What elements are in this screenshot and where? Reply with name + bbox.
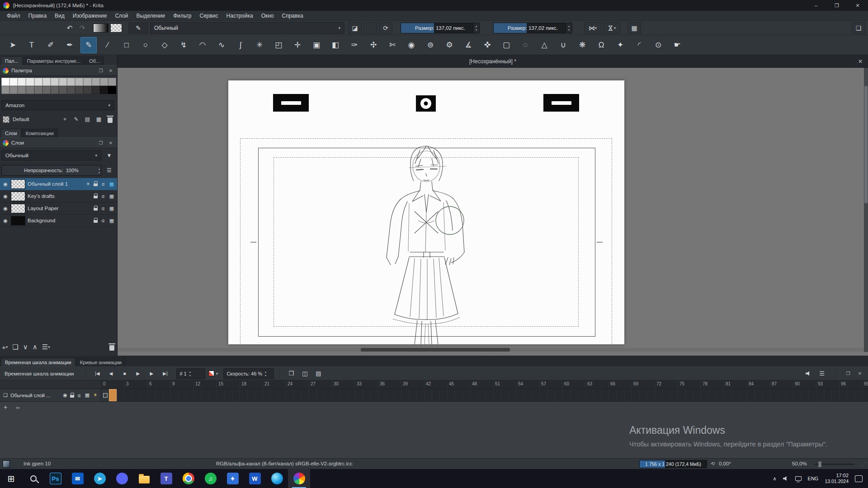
assistants-tool[interactable]: ⚙ bbox=[441, 37, 458, 53]
bezier-curve-tool[interactable]: ◠ bbox=[194, 37, 211, 53]
keyframe-cell[interactable] bbox=[101, 389, 109, 401]
spin-arrows[interactable]: ▴▾ bbox=[566, 23, 572, 33]
zoom-slider-thumb[interactable] bbox=[818, 461, 821, 467]
alpha-icon[interactable]: α bbox=[100, 193, 106, 199]
polygon-select-tool[interactable]: △ bbox=[536, 37, 552, 53]
add-frame-button[interactable]: + bbox=[4, 404, 7, 411]
palette-swatch[interactable] bbox=[92, 86, 100, 94]
ellipse-tool[interactable]: ○ bbox=[137, 37, 154, 53]
palette-swatch[interactable] bbox=[1, 78, 9, 86]
taskbar-photoshop[interactable]: Ps bbox=[44, 469, 66, 488]
menubar-item[interactable]: Справка bbox=[278, 13, 307, 19]
ellipse-select-tool[interactable]: ◌ bbox=[517, 37, 533, 53]
audio-icon[interactable] bbox=[806, 371, 811, 376]
palette-swatch[interactable] bbox=[83, 86, 91, 94]
move-layer-up-button[interactable]: ∧ bbox=[33, 343, 38, 351]
text-tool[interactable]: T bbox=[24, 37, 40, 53]
vertical-scrollbar-thumb[interactable] bbox=[864, 86, 868, 203]
delete-swatch-button[interactable] bbox=[105, 115, 115, 124]
palette-swatch[interactable] bbox=[42, 78, 51, 86]
palette-swatch[interactable] bbox=[108, 78, 116, 86]
menubar-item[interactable]: Настройка bbox=[222, 13, 257, 19]
workspace-chooser-button[interactable]: ❏ bbox=[852, 22, 865, 34]
taskbar-explorer[interactable] bbox=[133, 469, 155, 488]
taskbar-teams[interactable]: T bbox=[155, 469, 177, 488]
eraser-mode-button[interactable]: ◪ bbox=[348, 22, 362, 34]
timeline-track-row[interactable]: ❏ Обычный слой ... ◉ α ▦ ☀ bbox=[0, 389, 868, 402]
notification-center-icon[interactable] bbox=[855, 475, 863, 482]
docker-tab[interactable]: Пал... bbox=[1, 56, 23, 65]
visibility-icon[interactable]: ◉ bbox=[2, 218, 9, 224]
rect-select-tool[interactable]: ▢ bbox=[498, 37, 514, 53]
dynamic-brush-tool[interactable]: ∫ bbox=[232, 37, 249, 53]
gradient-tool[interactable]: ◧ bbox=[327, 37, 344, 53]
float-docker-icon[interactable]: ❐ bbox=[97, 68, 104, 73]
multibrush-tool[interactable]: ✳ bbox=[251, 37, 268, 53]
pan-tool[interactable]: ☛ bbox=[669, 37, 685, 53]
maximize-button[interactable]: ❐ bbox=[826, 0, 847, 11]
network-icon[interactable] bbox=[795, 476, 802, 481]
palette-swatch[interactable] bbox=[34, 78, 42, 86]
wrap-around-button[interactable]: ▦ bbox=[627, 22, 641, 34]
layer-row[interactable]: ◉Key's draftsα▦ bbox=[0, 190, 117, 202]
save-palette-button[interactable]: ▤ bbox=[82, 115, 93, 124]
zoom-tool[interactable]: ⊙ bbox=[650, 37, 666, 53]
playback-speed-spinbox[interactable]: Скорость: 46 % ▴▾ bbox=[223, 368, 274, 379]
visibility-icon[interactable]: ◉ bbox=[2, 181, 9, 187]
smart-patch-tool[interactable]: ✄ bbox=[384, 37, 401, 53]
menubar-item[interactable]: Окно bbox=[257, 13, 278, 19]
next-frame-button[interactable]: ▶ bbox=[146, 368, 157, 379]
menubar-item[interactable]: Сервис bbox=[195, 13, 222, 19]
timeline-ruler[interactable]: 0369121518212427303336394245485154576063… bbox=[0, 380, 868, 389]
layer-row[interactable]: ◉Обычный слой 1☀α▦ bbox=[0, 178, 117, 190]
docker-tab[interactable]: Слои bbox=[1, 129, 21, 137]
rotation-icon[interactable]: ⟲ bbox=[711, 461, 715, 467]
palette-swatch[interactable] bbox=[83, 78, 91, 86]
current-frame-cell[interactable] bbox=[109, 389, 117, 401]
freehand-brush-tool[interactable]: ✎ bbox=[80, 37, 97, 53]
freehand-select-tool[interactable]: ∪ bbox=[555, 37, 571, 53]
canvas[interactable] bbox=[228, 80, 624, 344]
layer-style-icon[interactable]: ▦ bbox=[108, 218, 115, 224]
palette-swatch[interactable] bbox=[26, 78, 34, 86]
lock-icon[interactable] bbox=[94, 208, 98, 211]
freehand-path-tool[interactable]: ∿ bbox=[213, 37, 230, 53]
taskbar-edge[interactable] bbox=[266, 469, 288, 488]
edit-palette-button[interactable]: ✎ bbox=[71, 115, 81, 124]
palette-swatch[interactable] bbox=[75, 86, 83, 94]
undo-button[interactable]: ↶ bbox=[63, 22, 76, 34]
alpha-icon[interactable]: α bbox=[76, 393, 82, 398]
reference-images-tool[interactable]: ✜ bbox=[479, 37, 495, 53]
redo-button[interactable]: ↷ bbox=[76, 22, 89, 34]
brush-size-slider-2[interactable]: Размер: 137,02 пикс. ▴▾ bbox=[493, 23, 572, 33]
brush-preset-icon[interactable] bbox=[3, 460, 10, 468]
lock-icon[interactable] bbox=[94, 196, 98, 198]
float-docker-icon[interactable]: ❐ bbox=[97, 141, 104, 145]
fill-tool[interactable]: ◉ bbox=[403, 37, 420, 53]
spin-arrows[interactable]: ▴▾ bbox=[99, 165, 100, 175]
taskbar-search[interactable] bbox=[22, 469, 44, 488]
alpha-icon[interactable]: α bbox=[100, 181, 106, 187]
delete-layer-button[interactable] bbox=[109, 344, 114, 351]
palette-swatch[interactable] bbox=[51, 78, 59, 86]
menubar-item[interactable]: Вид bbox=[51, 13, 69, 19]
close-docker-icon[interactable]: ✕ bbox=[107, 68, 114, 73]
frame-cells[interactable] bbox=[101, 389, 868, 401]
enclose-fill-tool[interactable]: ⊚ bbox=[422, 37, 439, 53]
add-layer-button[interactable]: +▾ bbox=[2, 343, 8, 351]
language-indicator[interactable]: ENG bbox=[808, 476, 819, 481]
palette-swatch[interactable] bbox=[100, 78, 108, 86]
canvas-viewport[interactable] bbox=[118, 68, 868, 356]
onion-badge-icon[interactable]: ▦ bbox=[84, 392, 90, 398]
minimize-button[interactable]: – bbox=[806, 0, 826, 11]
similar-select-tool[interactable]: ❋ bbox=[574, 37, 590, 53]
palette-swatch[interactable] bbox=[42, 86, 51, 94]
lock-icon[interactable] bbox=[70, 395, 74, 398]
color-sampler-tool[interactable]: ✑ bbox=[346, 37, 363, 53]
menubar-item[interactable]: Изображение bbox=[69, 13, 111, 19]
spin-arrows[interactable]: ▴▾ bbox=[473, 23, 479, 33]
taskbar-start[interactable]: ⊞ bbox=[0, 469, 22, 488]
layer-properties-button[interactable]: ☰▾ bbox=[42, 343, 50, 351]
calligraphy-tool[interactable]: ✒ bbox=[61, 37, 78, 53]
contiguous-select-tool[interactable]: ✦ bbox=[612, 37, 628, 53]
